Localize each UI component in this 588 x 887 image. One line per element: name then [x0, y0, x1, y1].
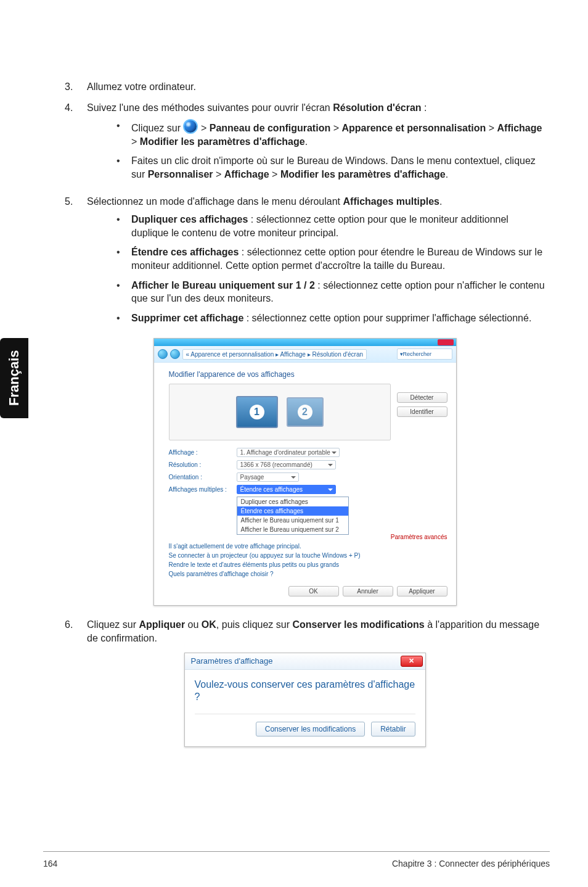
- step-text: , puis cliquez sur: [216, 619, 293, 630]
- substep-text: >: [213, 169, 224, 179]
- breadcrumb[interactable]: « Apparence et personnalisation ▸ Affich…: [182, 349, 367, 360]
- confirm-dialog: Paramètres d'affichage ✕ Voulez-vous con…: [184, 653, 426, 748]
- search-input[interactable]: ▾ Rechercher: [397, 349, 452, 360]
- revert-button[interactable]: Rétablir: [371, 722, 415, 736]
- step-number: 6.: [65, 618, 87, 645]
- identify-button[interactable]: Identifier: [397, 406, 447, 417]
- substep-text: .: [305, 136, 308, 147]
- path-part: Apparence et personnalisation: [341, 123, 486, 133]
- step-text: Sélectionnez un mode d'affichage dans le…: [87, 196, 343, 207]
- step-number: 5.: [65, 195, 87, 331]
- note-text: Il s'agit actuellement de votre affichag…: [169, 543, 447, 550]
- step-text: ou: [185, 619, 202, 630]
- path-part: Affichage: [224, 169, 269, 179]
- dropdown-option[interactable]: Dupliquer ces affichages: [237, 497, 348, 506]
- footer-divider: [43, 851, 550, 852]
- button-name: Conserver les modifications: [292, 619, 424, 630]
- page-number: 164: [43, 859, 57, 868]
- step-text-bold: Résolution d'écran: [333, 102, 421, 113]
- window-titlebar: [154, 339, 456, 346]
- substep: Étendre ces affichages : sélectionnez ce…: [109, 245, 545, 272]
- back-icon[interactable]: [158, 349, 168, 359]
- dialog-heading: Modifier l'apparence de vos affichages: [169, 370, 447, 379]
- path-part: Affichage: [497, 123, 542, 133]
- button-name: Appliquer: [139, 619, 185, 630]
- step-4: 4. Suivez l'une des méthodes suivantes p…: [65, 101, 545, 188]
- path-part: Personnaliser: [148, 169, 213, 179]
- substep-text: >: [330, 123, 341, 133]
- step-text-bold: Affichages multiples: [343, 196, 439, 207]
- path-part: Panneau de configuration: [210, 123, 330, 133]
- option-name: Étendre ces affichages: [131, 247, 239, 257]
- start-orb-icon: [183, 119, 198, 134]
- substep: Cliquez sur > Panneau de configuration >…: [109, 119, 545, 148]
- step-text: Cliquez sur: [87, 619, 139, 630]
- step-text: Allumez votre ordinateur.: [87, 80, 545, 94]
- cancel-button[interactable]: Annuler: [343, 586, 393, 596]
- monitor-preview[interactable]: 1 2: [169, 384, 391, 440]
- step-text: :: [422, 102, 427, 113]
- step-3: 3. Allumez votre ordinateur.: [65, 80, 545, 94]
- step-number: 4.: [65, 101, 87, 188]
- path-part: Modifier les paramètres d'affichage: [140, 136, 305, 147]
- window-title: Paramètres d'affichage: [191, 656, 401, 666]
- display-select[interactable]: 1. Affichage d'ordinateur portable: [237, 448, 340, 457]
- option-name: Afficher le Bureau uniquement sur 1 / 2: [131, 280, 315, 291]
- path-part: Modifier les paramètres d'affichage: [280, 169, 446, 179]
- step-6: 6. Cliquez sur Appliquer ou OK, puis cli…: [65, 618, 545, 645]
- substep-text: .: [446, 169, 448, 179]
- step-5: 5. Sélectionnez un mode d'affichage dans…: [65, 195, 545, 331]
- substep: Supprimer cet affichage : sélectionnez c…: [109, 311, 545, 325]
- substep-text: Cliquez sur: [131, 123, 183, 133]
- field-label: Affichages multiples :: [169, 486, 237, 493]
- option-name: Supprimer cet affichage: [131, 313, 243, 323]
- apply-button[interactable]: Appliquer: [397, 586, 447, 596]
- help-link[interactable]: Quels paramètres d'affichage choisir ?: [169, 571, 447, 577]
- dropdown-option[interactable]: Afficher le Bureau uniquement sur 2: [237, 525, 348, 534]
- option-desc: : sélectionnez cette option pour supprim…: [243, 313, 531, 323]
- resolution-select[interactable]: 1366 x 768 (recommandé): [237, 460, 336, 469]
- advanced-settings-link[interactable]: Paramètres avancés: [169, 534, 447, 540]
- dropdown-option[interactable]: Étendre ces affichages: [237, 506, 348, 516]
- ok-button[interactable]: OK: [288, 586, 339, 596]
- field-label: Orientation :: [169, 474, 237, 481]
- resolution-dialog: « Apparence et personnalisation ▸ Affich…: [153, 338, 457, 606]
- monitor-2-icon[interactable]: 2: [287, 397, 324, 427]
- monitor-1-icon[interactable]: 1: [236, 396, 278, 428]
- button-name: OK: [202, 619, 216, 630]
- step-number: 3.: [65, 80, 87, 94]
- substep: Afficher le Bureau uniquement sur 1 / 2 …: [109, 279, 545, 305]
- close-icon[interactable]: ✕: [401, 656, 423, 667]
- step-text: Suivez l'une des méthodes suivantes pour…: [87, 102, 333, 113]
- substep: Dupliquer ces affichages : sélectionnez …: [109, 213, 545, 239]
- close-icon[interactable]: [438, 339, 454, 345]
- window-titlebar: Paramètres d'affichage ✕: [185, 653, 425, 670]
- substep-text: >: [269, 169, 280, 179]
- orientation-select[interactable]: Paysage: [237, 472, 299, 482]
- address-bar: « Apparence et personnalisation ▸ Affich…: [154, 346, 456, 363]
- field-label: Affichage :: [169, 449, 237, 456]
- chapter-title: Chapitre 3 : Connecter des périphériques: [392, 859, 550, 868]
- keep-changes-button[interactable]: Conserver les modifications: [256, 722, 365, 736]
- text-size-link[interactable]: Rendre le texte et d'autres éléments plu…: [169, 561, 447, 568]
- substep-text: >: [131, 136, 140, 147]
- field-label: Résolution :: [169, 461, 237, 468]
- dropdown-option[interactable]: Afficher le Bureau uniquement sur 1: [237, 516, 348, 525]
- forward-icon[interactable]: [170, 349, 180, 359]
- substep: Faites un clic droit n'importe où sur le…: [109, 154, 545, 181]
- projector-link[interactable]: Se connecter à un projecteur (ou appuyez…: [169, 552, 447, 559]
- multiple-displays-select[interactable]: Étendre ces affichages: [237, 485, 336, 494]
- option-name: Dupliquer ces affichages: [131, 214, 248, 225]
- substep-text: >: [486, 123, 497, 133]
- multiple-displays-dropdown[interactable]: Dupliquer ces affichages Étendre ces aff…: [237, 497, 349, 535]
- language-tab: Français: [0, 338, 28, 418]
- confirm-question: Voulez-vous conserver ces paramètres d'a…: [195, 679, 415, 704]
- substep-text: >: [198, 123, 209, 133]
- step-text: .: [439, 196, 442, 207]
- detect-button[interactable]: Détecter: [397, 392, 447, 403]
